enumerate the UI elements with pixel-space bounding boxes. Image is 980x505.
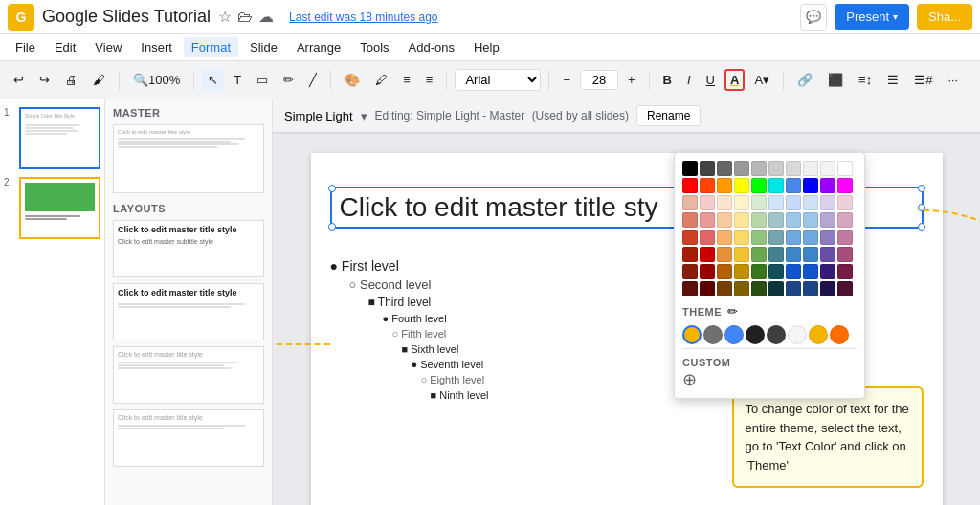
menu-edit[interactable]: Edit — [47, 37, 83, 57]
color-swatch[interactable] — [803, 161, 818, 176]
border-color-button[interactable]: 🖊 — [369, 69, 393, 91]
color-swatch[interactable] — [820, 264, 835, 279]
color-swatch[interactable] — [717, 281, 732, 296]
color-swatch[interactable] — [700, 212, 715, 228]
rename-button[interactable]: Rename — [636, 105, 701, 126]
font-selector[interactable]: Arial — [455, 69, 541, 91]
align-center-button[interactable]: ≡ — [420, 69, 439, 91]
color-swatch[interactable] — [734, 247, 749, 262]
color-swatch[interactable] — [837, 247, 853, 262]
color-swatch[interactable] — [820, 212, 835, 228]
color-swatch[interactable] — [682, 230, 698, 245]
highlight-button[interactable]: A▾ — [748, 69, 775, 91]
theme-swatch-darkgray[interactable] — [767, 325, 786, 344]
more-button[interactable]: ··· — [942, 69, 964, 91]
layout-thumb-3[interactable]: Click to edit master title style — [113, 346, 264, 404]
color-swatch[interactable] — [717, 195, 732, 210]
slide-image-1[interactable]: Simple Color Title Style — [19, 107, 100, 169]
color-swatch[interactable] — [734, 212, 749, 228]
shape-tool[interactable]: ▭ — [251, 69, 274, 91]
color-swatch[interactable] — [682, 281, 698, 296]
color-swatch[interactable] — [734, 281, 749, 296]
color-swatch[interactable] — [751, 161, 767, 176]
undo-button[interactable]: ↩ — [8, 69, 30, 91]
star-icon[interactable]: ☆ — [218, 8, 232, 26]
color-swatch[interactable] — [786, 247, 801, 262]
color-swatch[interactable] — [786, 161, 801, 176]
layout-thumb-2[interactable]: Click to edit master title style — [113, 283, 264, 340]
chat-icon[interactable]: 💬 — [800, 4, 827, 31]
menu-insert[interactable]: Insert — [133, 37, 180, 57]
color-swatch[interactable] — [768, 247, 784, 262]
color-swatch[interactable] — [751, 178, 767, 193]
color-swatch[interactable] — [751, 281, 767, 296]
color-swatch[interactable] — [820, 161, 835, 176]
theme-swatch-yellow[interactable] — [682, 325, 702, 344]
color-swatch[interactable] — [734, 195, 749, 210]
master-dropdown-icon[interactable]: ▾ — [361, 109, 368, 123]
color-swatch[interactable] — [786, 281, 801, 296]
color-swatch[interactable] — [837, 178, 853, 193]
menu-arrange[interactable]: Arrange — [289, 37, 348, 57]
layout-thumb-4[interactable]: Click to edit master title style — [113, 409, 264, 467]
color-swatch[interactable] — [682, 161, 698, 176]
color-swatch[interactable] — [837, 230, 853, 245]
color-swatch[interactable] — [768, 212, 784, 228]
layout-thumb-1[interactable]: Click to edit master title style Click t… — [113, 220, 264, 277]
text-align-button[interactable]: ⬛ — [822, 69, 849, 91]
color-swatch[interactable] — [682, 178, 698, 193]
menu-slide[interactable]: Slide — [242, 37, 285, 57]
color-swatch[interactable] — [734, 264, 749, 279]
color-swatch[interactable] — [820, 281, 835, 296]
align-left-button[interactable]: ≡ — [397, 69, 416, 91]
color-swatch[interactable] — [803, 247, 818, 262]
cloud-icon[interactable]: ☁ — [258, 8, 274, 26]
color-swatch[interactable] — [803, 281, 818, 296]
italic-button[interactable]: I — [681, 69, 697, 91]
color-swatch[interactable] — [837, 281, 853, 296]
bg-color-button[interactable]: 🎨 — [339, 69, 366, 91]
color-swatch[interactable] — [751, 195, 767, 210]
slide-thumb-1[interactable]: 1 Simple Color Title Style — [4, 107, 100, 169]
color-swatch[interactable] — [751, 264, 767, 279]
color-swatch[interactable] — [700, 161, 715, 176]
color-swatch[interactable] — [820, 230, 835, 245]
color-swatch[interactable] — [734, 161, 749, 176]
color-swatch[interactable] — [700, 247, 715, 262]
color-swatch[interactable] — [768, 230, 784, 245]
print-button[interactable]: 🖨 — [59, 69, 83, 91]
color-swatch[interactable] — [751, 247, 767, 262]
color-swatch[interactable] — [786, 195, 801, 210]
color-swatch[interactable] — [717, 247, 732, 262]
font-size-input[interactable] — [580, 70, 618, 90]
theme-swatch-blue[interactable] — [724, 325, 744, 344]
color-swatch[interactable] — [682, 195, 698, 210]
color-swatch[interactable] — [751, 212, 767, 228]
color-swatch[interactable] — [768, 281, 784, 296]
color-swatch[interactable] — [786, 264, 801, 279]
color-swatch[interactable] — [682, 247, 698, 262]
color-swatch[interactable] — [768, 195, 784, 210]
font-size-decrease[interactable]: − — [557, 69, 576, 91]
color-swatch[interactable] — [820, 178, 835, 193]
color-swatch[interactable] — [786, 230, 801, 245]
draw-tool[interactable]: ✏ — [278, 69, 300, 91]
color-swatch[interactable] — [717, 212, 732, 228]
menu-view[interactable]: View — [87, 37, 129, 57]
theme-swatch-orange[interactable] — [830, 325, 849, 344]
color-swatch[interactable] — [837, 195, 853, 210]
theme-swatch-gray[interactable] — [703, 325, 723, 344]
text-color-button[interactable]: A — [724, 69, 745, 91]
color-swatch[interactable] — [751, 230, 767, 245]
menu-format[interactable]: Format — [184, 37, 238, 57]
menu-tools[interactable]: Tools — [352, 37, 396, 57]
color-swatch[interactable] — [700, 195, 715, 210]
color-swatch[interactable] — [803, 212, 818, 228]
color-swatch[interactable] — [700, 230, 715, 245]
color-swatch[interactable] — [768, 178, 784, 193]
color-swatch[interactable] — [682, 212, 698, 228]
slide-image-2[interactable] — [19, 177, 100, 239]
pencil-icon[interactable]: ✏ — [727, 304, 738, 318]
paint-format-button[interactable]: 🖌 — [87, 69, 111, 91]
bold-button[interactable]: B — [657, 69, 678, 91]
